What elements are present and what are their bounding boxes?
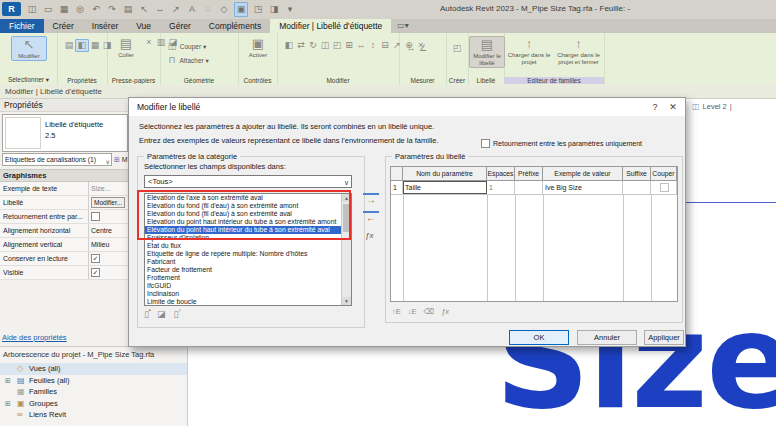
array-icon[interactable]: ⊞ [343,40,355,51]
field-list-item[interactable]: Frottement [145,274,351,282]
split-icon[interactable]: ◰ [331,40,343,51]
tab-fichier[interactable]: Fichier [0,19,44,33]
move-up-icon[interactable]: ↑E [392,307,401,316]
field-list-item[interactable]: Facteur de frottement [145,266,351,274]
checkbox-checked-icon[interactable]: ✓ [91,268,100,277]
switch-windows-icon[interactable]: ◨ [268,3,280,16]
delete-parameter-button[interactable]: ▯× [173,309,178,319]
dialog-close-button[interactable]: ✕ [665,98,681,116]
field-list-item[interactable]: Elévation du point haut intérieur du tub… [145,226,351,234]
activate-button[interactable]: ▣ Activer [241,36,275,59]
text-icon[interactable]: A [186,3,198,16]
tree-item-groupes[interactable]: ⊞▣Groupes [0,398,187,410]
panel-label-select[interactable]: Sélectionner ▾ [0,76,57,84]
dialog-help-button[interactable]: ? [647,98,663,116]
couper-checkbox[interactable] [660,183,669,192]
field-list-item[interactable]: Elévation du fond (fil d'eau) à son extr… [145,210,351,218]
table-cell[interactable]: Taille [403,181,487,194]
cut-geometry-button[interactable]: ◫ Couper ▾ [166,41,206,52]
tab-vue[interactable]: Vue [127,19,160,33]
edit-formula-button[interactable]: ƒx [365,231,373,240]
offset-icon[interactable]: ↔ [355,40,367,51]
tab-compléments[interactable]: Compléments [200,19,270,33]
open-icon[interactable]: ▭ [42,3,54,16]
thin-lines-icon[interactable]: ▣ [234,2,248,17]
align-icon[interactable]: ◧ [283,40,295,51]
tree-item-familles[interactable]: ▦Familles [0,386,187,398]
ribbon-display-toggle[interactable]: ▭▾ [391,19,415,33]
table-row[interactable]: 1Taille1Ive Big Size [391,181,677,195]
move-icon[interactable]: ⇄ [295,40,307,51]
field-list-item[interactable]: Elévation de l'axe à son extrémité aval [145,194,351,202]
tab-créer[interactable]: Créer [44,19,83,33]
add-parameter-to-label-button[interactable]: → [363,193,379,207]
measure-angle-icon[interactable]: ∠ [417,43,429,54]
field-list-item[interactable]: IfcGUID [145,282,351,290]
cancel-button[interactable]: Annuler [577,330,637,345]
erase-icon[interactable]: ⌫ [424,307,435,316]
redo-icon[interactable]: ↷ [106,3,118,16]
list-scrollbar[interactable]: ▲ ▼ [341,194,351,305]
scroll-down-icon[interactable]: ▼ [342,297,351,305]
ok-button[interactable]: OK [509,330,569,345]
wrap-between-parameters-checkbox[interactable]: Retournement entre les paramètres unique… [481,139,642,148]
type-preview-box[interactable]: Libellé d'étiquette 2.5 [2,114,128,152]
properties-icon[interactable]: ▤ [63,40,75,51]
tab-insérer[interactable]: Insérer [83,19,127,33]
view-tab-level2[interactable]: ◫ Level 2 | [692,100,732,112]
field-list-item[interactable]: Elévation du point haut intérieur du tub… [145,218,351,226]
load-into-project-close-button[interactable]: ↑ Charger dans le projet et fermer [555,36,602,66]
extend-icon[interactable]: ↕ [367,40,379,51]
tab-context-modify-label[interactable]: Modifier | Libellé d'étiquette [270,19,391,33]
print-icon[interactable]: ▤ [122,3,134,16]
edit-label-button[interactable]: ▤ Modifier le libellé [469,36,505,68]
tab-gérer[interactable]: Gérer [160,19,200,33]
edit-parameter-button[interactable]: ◪ [157,309,166,319]
category-params-icon[interactable]: ▦ [89,40,101,51]
measure-line-icon[interactable]: ↔ [405,43,417,54]
field-list-item[interactable]: Elévation du fond (fil d'eau) à son extr… [145,202,351,210]
panel-label-properties[interactable]: Propriétés [57,77,107,84]
paste-button[interactable]: ▤ Coller [109,36,143,59]
checkbox-unchecked-icon[interactable] [91,212,100,221]
available-fields-list[interactable]: Elévation de l'axe à son extrémité avalE… [144,193,352,306]
table-cell-couper[interactable] [651,181,677,194]
category-filter-select[interactable]: Etiquettes de canalisations (1) ∨ [2,153,112,166]
orbit-icon[interactable]: ◌ [202,3,214,16]
fields-filter-combobox[interactable]: <Tous> ∨ [144,175,352,188]
mirror-icon[interactable]: ◫ [319,40,331,51]
edit-label-value-button[interactable]: Modifier... [91,197,125,208]
properties-help-link[interactable]: Aide des propriétés [2,333,67,342]
trim-icon[interactable]: ⊟ [379,40,391,51]
formula-icon[interactable]: ƒx [441,307,449,316]
table-cell[interactable] [623,181,651,194]
section-icon[interactable]: ◇ [218,3,230,16]
app-logo-icon[interactable]: R [2,2,21,16]
table-cell[interactable] [515,181,543,194]
customize-chevron-icon[interactable]: ▾ [284,3,296,16]
new-parameter-button[interactable]: ▯✦ [144,309,149,319]
table-cell[interactable]: 1 [487,181,515,194]
undo-icon[interactable]: ↶ [90,3,102,16]
remove-parameter-from-label-button[interactable]: ← [363,211,379,225]
table-cell[interactable]: 1 [391,181,403,194]
rotate-icon[interactable]: ↻ [307,40,319,51]
expand-icon[interactable]: ⊞ [5,398,11,410]
label-parameters-table[interactable]: Nom du paramètreEspacesPréfixeExemple de… [390,166,678,302]
load-into-project-button[interactable]: ↑ Charger dans le projet [506,36,552,66]
field-list-item[interactable]: Inclinaison [145,290,351,298]
field-list-item[interactable]: Fabricant [145,258,351,266]
checkbox-checked-icon[interactable]: ✓ [91,254,100,263]
sync-icon[interactable]: ◎ [74,3,86,16]
scroll-up-icon[interactable]: ▲ [342,194,351,202]
expand-icon[interactable]: ⊞ [5,375,11,387]
measure-icon[interactable]: ↔ [154,3,166,16]
modify-button[interactable]: ↖ Modifier [11,36,47,61]
field-list-item[interactable]: Limite de boucle [145,298,351,306]
close-hidden-icon[interactable]: ◳ [252,3,264,16]
field-list-item[interactable]: Etat du flux [145,242,351,250]
move-down-icon[interactable]: ↓E [408,307,417,316]
field-list-item[interactable]: Etiquette de ligne de repère multiple: N… [145,250,351,258]
scroll-thumb[interactable] [343,204,350,232]
cut-icon[interactable]: × [143,37,155,48]
